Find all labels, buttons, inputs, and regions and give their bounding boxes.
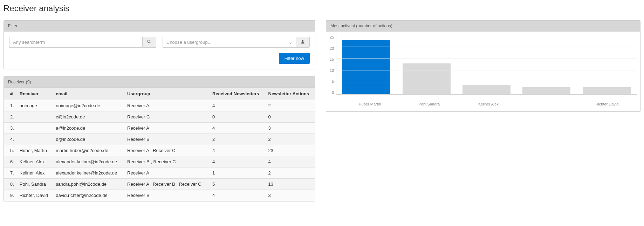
filter-panel-title: Filter xyxy=(4,21,315,32)
cell-receiver xyxy=(17,134,53,145)
table-header-row: # Receiver email Usergroup Received News… xyxy=(4,88,315,100)
y-tick: 20 xyxy=(330,46,334,50)
cell-email: alexander.kellner@in2code.de xyxy=(53,156,124,167)
cell-usergroup: Receiver A xyxy=(124,123,210,134)
chart-panel: Most activest (number of actions) 252015… xyxy=(326,20,640,112)
cell-actions: 2 xyxy=(266,134,315,145)
cell-receiver: Pohl, Sandra xyxy=(17,179,53,190)
bar[interactable] xyxy=(583,87,631,94)
cell-num: 1. xyxy=(4,100,17,111)
cell-actions: 0 xyxy=(266,111,315,123)
table-row[interactable]: 3.a@in2code.deReceiver A43 xyxy=(4,123,315,134)
page-title: Receiver analysis xyxy=(4,4,640,13)
cell-received: 0 xyxy=(210,111,266,123)
col-num: # xyxy=(4,88,17,100)
cell-usergroup: Receiver A , Receiver B , Receiver C xyxy=(124,179,210,190)
svg-point-0 xyxy=(148,40,150,42)
bar-slot xyxy=(457,35,516,94)
cell-actions: 2 xyxy=(266,167,315,179)
cell-actions: 2 xyxy=(266,100,315,111)
cell-receiver: Kellner, Alex xyxy=(17,156,53,167)
x-label: Huber Martin xyxy=(340,102,399,106)
cell-num: 4. xyxy=(4,134,17,145)
bar[interactable] xyxy=(342,40,390,94)
table-row[interactable]: 9.Richter, Daviddavid.richter@in2code.de… xyxy=(4,190,315,201)
table-row[interactable]: 6.Kellner, Alexalexander.kellner@in2code… xyxy=(4,156,315,167)
cell-received: 5 xyxy=(210,179,266,190)
cell-num: 8. xyxy=(4,179,17,190)
svg-point-2 xyxy=(302,40,304,42)
cell-usergroup: Receiver C xyxy=(124,111,210,123)
cell-email: b@in2code.de xyxy=(53,134,124,145)
table-row[interactable]: 1.noimagenoimage@in2code.deReceiver A42 xyxy=(4,100,315,111)
cell-usergroup: Receiver A xyxy=(124,167,210,179)
cell-email: david.richter@in2code.de xyxy=(53,190,124,201)
bar-slot xyxy=(336,35,396,94)
bar-slot xyxy=(516,35,576,94)
col-usergroup: Usergroup xyxy=(124,88,210,100)
chevron-down-icon xyxy=(289,41,292,44)
activity-chart: 2520151050 xyxy=(330,35,637,100)
gridline xyxy=(336,47,637,47)
x-label: Richter David xyxy=(577,102,637,106)
cell-num: 7. xyxy=(4,167,17,179)
cell-num: 3. xyxy=(4,123,17,134)
cell-receiver: noimage xyxy=(17,100,53,111)
bar[interactable] xyxy=(463,85,511,94)
col-received: Received Newsletters xyxy=(210,88,266,100)
table-row[interactable]: 8.Pohl, Sandrasandra.pohl@in2code.deRece… xyxy=(4,179,315,190)
table-row[interactable]: 7.Kellner, Alexalexander.kellner@in2code… xyxy=(4,167,315,179)
cell-received: 4 xyxy=(210,190,266,201)
table-row[interactable]: 4.b@in2code.deReceiver B22 xyxy=(4,134,315,145)
cell-num: 2. xyxy=(4,111,17,123)
cell-email: sandra.pohl@in2code.de xyxy=(53,179,124,190)
gridline xyxy=(336,59,637,59)
cell-email: alexander.kellner@in2code.de xyxy=(53,167,124,179)
cell-email: noimage@in2code.de xyxy=(53,100,124,111)
y-tick: 25 xyxy=(330,35,334,39)
usergroup-button[interactable] xyxy=(296,37,310,48)
cell-received: 4 xyxy=(210,156,266,167)
search-icon xyxy=(147,39,152,45)
user-icon xyxy=(300,39,305,45)
cell-email: martin.huber@in2code.de xyxy=(53,145,124,156)
gridline xyxy=(336,82,637,82)
gridline xyxy=(336,70,637,70)
receiver-panel: Receiver (9) # Receiver email Usergroup … xyxy=(4,76,315,201)
cell-received: 1 xyxy=(210,167,266,179)
table-row[interactable]: 2.c@in2code.deReceiver C00 xyxy=(4,111,315,123)
cell-receiver xyxy=(17,111,53,123)
chart-panel-title: Most activest (number of actions) xyxy=(326,21,640,32)
receiver-panel-title: Receiver (9) xyxy=(4,77,315,88)
cell-usergroup: Receiver B xyxy=(124,190,210,201)
cell-received: 4 xyxy=(210,145,266,156)
cell-received: 4 xyxy=(210,100,266,111)
cell-usergroup: Receiver A xyxy=(124,100,210,111)
filter-panel: Filter Choose a usergroup... xyxy=(4,20,315,69)
cell-receiver: Richter, David xyxy=(17,190,53,201)
cell-usergroup: Receiver B xyxy=(124,134,210,145)
table-row[interactable]: 5.Huber, Martinmartin.huber@in2code.deRe… xyxy=(4,145,315,156)
y-tick: 0 xyxy=(332,90,334,95)
cell-received: 2 xyxy=(210,134,266,145)
search-button[interactable] xyxy=(142,37,156,48)
cell-usergroup: Receiver A , Receiver C xyxy=(124,145,210,156)
y-tick: 10 xyxy=(330,68,334,73)
filter-now-button[interactable]: Filter now xyxy=(279,53,310,64)
y-tick: 15 xyxy=(330,57,334,61)
receiver-table: # Receiver email Usergroup Received News… xyxy=(4,88,315,201)
cell-email: c@in2code.de xyxy=(53,111,124,123)
search-input[interactable] xyxy=(9,37,142,48)
cell-receiver: Kellner, Alex xyxy=(17,167,53,179)
usergroup-select[interactable]: Choose a usergroup... xyxy=(163,37,296,48)
cell-num: 5. xyxy=(4,145,17,156)
bar[interactable] xyxy=(522,87,570,94)
search-group xyxy=(9,37,156,48)
bar[interactable] xyxy=(403,63,451,94)
cell-actions: 3 xyxy=(266,123,315,134)
svg-line-1 xyxy=(150,42,151,43)
cell-receiver xyxy=(17,123,53,134)
cell-received: 4 xyxy=(210,123,266,134)
cell-email: a@in2code.de xyxy=(53,123,124,134)
x-label: Kellner Alex xyxy=(459,102,518,106)
